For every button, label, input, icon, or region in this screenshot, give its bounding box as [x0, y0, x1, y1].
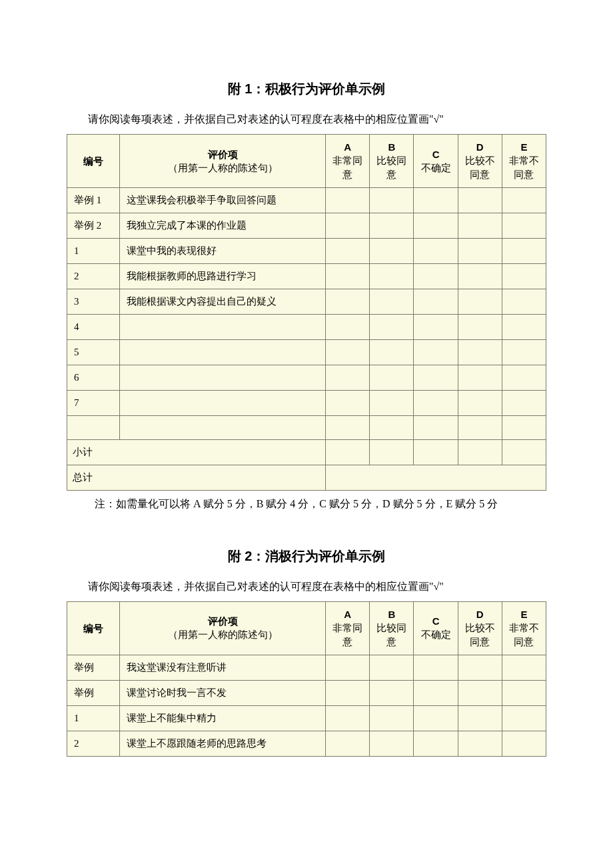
cell-check[interactable]: [370, 416, 414, 440]
subtotal-cell: [458, 440, 502, 465]
cell-check[interactable]: [458, 365, 502, 391]
cell-check[interactable]: [370, 655, 414, 680]
cell-check[interactable]: [502, 188, 546, 213]
th-d: D 比较不同意: [458, 135, 502, 188]
th-b-sub: 比较同意: [374, 621, 409, 649]
cell-check[interactable]: [414, 655, 458, 680]
cell-check[interactable]: [370, 188, 414, 213]
th-b-sub: 比较同意: [374, 154, 409, 182]
th-b-label: B: [388, 609, 395, 620]
cell-check[interactable]: [370, 365, 414, 391]
cell-check[interactable]: [370, 315, 414, 340]
section2-title: 附 2：消极行为评价单示例: [67, 547, 546, 565]
cell-check[interactable]: [414, 731, 458, 756]
total-label: 总计: [67, 465, 326, 491]
cell-check[interactable]: [326, 731, 370, 756]
th-c-label: C: [432, 615, 440, 627]
th-e: E 非常不同意: [502, 135, 546, 188]
cell-desc: 我独立完成了本课的作业题: [120, 213, 326, 239]
cell-check[interactable]: [502, 391, 546, 416]
cell-check[interactable]: [458, 705, 502, 731]
cell-num: 举例 1: [67, 188, 120, 213]
cell-num: 举例: [67, 655, 120, 680]
cell-desc: [120, 391, 326, 416]
cell-check[interactable]: [414, 680, 458, 705]
cell-check[interactable]: [370, 340, 414, 365]
cell-check[interactable]: [414, 391, 458, 416]
cell-check[interactable]: [326, 213, 370, 239]
th-a: A 非常同意: [326, 135, 370, 188]
cell-check[interactable]: [326, 655, 370, 680]
cell-check[interactable]: [502, 655, 546, 680]
table-1: 编号 评价项 （用第一人称的陈述句） A 非常同意 B 比较同意 C 不确定 D…: [67, 134, 546, 491]
cell-check[interactable]: [502, 705, 546, 731]
th-c-sub: 不确定: [418, 628, 453, 642]
cell-check[interactable]: [458, 731, 502, 756]
cell-check[interactable]: [502, 315, 546, 340]
cell-check[interactable]: [414, 315, 458, 340]
cell-check[interactable]: [502, 289, 546, 315]
cell-desc: [120, 315, 326, 340]
cell-check[interactable]: [458, 289, 502, 315]
cell-check[interactable]: [414, 340, 458, 365]
cell-check[interactable]: [458, 655, 502, 680]
subtotal-cell: [502, 440, 546, 465]
cell-check[interactable]: [502, 680, 546, 705]
cell-check[interactable]: [502, 264, 546, 289]
th-c-sub: 不确定: [418, 161, 453, 175]
cell-check[interactable]: [326, 680, 370, 705]
th-d: D 比较不同意: [458, 601, 502, 655]
cell-check[interactable]: [502, 416, 546, 440]
th-num: 编号: [67, 601, 120, 655]
cell-check[interactable]: [502, 365, 546, 391]
cell-check[interactable]: [414, 213, 458, 239]
cell-desc: [120, 365, 326, 391]
cell-check[interactable]: [458, 391, 502, 416]
cell-check[interactable]: [326, 705, 370, 731]
cell-check[interactable]: [414, 239, 458, 264]
cell-check[interactable]: [458, 264, 502, 289]
cell-check[interactable]: [370, 680, 414, 705]
cell-num: 7: [67, 391, 120, 416]
cell-check[interactable]: [458, 239, 502, 264]
cell-check[interactable]: [326, 188, 370, 213]
cell-check[interactable]: [370, 239, 414, 264]
cell-desc: [120, 340, 326, 365]
th-e-sub: 非常不同意: [506, 154, 542, 182]
cell-check[interactable]: [502, 731, 546, 756]
cell-check[interactable]: [458, 340, 502, 365]
cell-check[interactable]: [326, 264, 370, 289]
cell-check[interactable]: [502, 239, 546, 264]
cell-check[interactable]: [326, 416, 370, 440]
section2-intro: 请你阅读每项表述，并依据自己对表述的认可程度在表格中的相应位置画"√": [67, 579, 546, 595]
subtotal-cell: [414, 440, 458, 465]
cell-check[interactable]: [370, 264, 414, 289]
th-d-label: D: [476, 141, 484, 153]
cell-check[interactable]: [414, 188, 458, 213]
th-a-label: A: [344, 141, 351, 153]
cell-check[interactable]: [458, 213, 502, 239]
cell-check[interactable]: [326, 239, 370, 264]
cell-check[interactable]: [414, 416, 458, 440]
cell-check[interactable]: [370, 705, 414, 731]
cell-check[interactable]: [502, 340, 546, 365]
cell-check[interactable]: [326, 391, 370, 416]
cell-check[interactable]: [370, 289, 414, 315]
cell-check[interactable]: [458, 315, 502, 340]
cell-check[interactable]: [458, 188, 502, 213]
cell-check[interactable]: [458, 680, 502, 705]
cell-check[interactable]: [458, 416, 502, 440]
table2-header-row: 编号 评价项 （用第一人称的陈述句） A 非常同意 B 比较同意 C 不确定 D…: [67, 601, 546, 655]
cell-check[interactable]: [414, 289, 458, 315]
cell-check[interactable]: [370, 213, 414, 239]
cell-check[interactable]: [414, 705, 458, 731]
cell-check[interactable]: [502, 213, 546, 239]
cell-check[interactable]: [326, 340, 370, 365]
cell-check[interactable]: [326, 315, 370, 340]
cell-check[interactable]: [370, 391, 414, 416]
cell-check[interactable]: [370, 731, 414, 756]
cell-check[interactable]: [326, 289, 370, 315]
cell-check[interactable]: [326, 365, 370, 391]
cell-check[interactable]: [414, 365, 458, 391]
cell-check[interactable]: [414, 264, 458, 289]
